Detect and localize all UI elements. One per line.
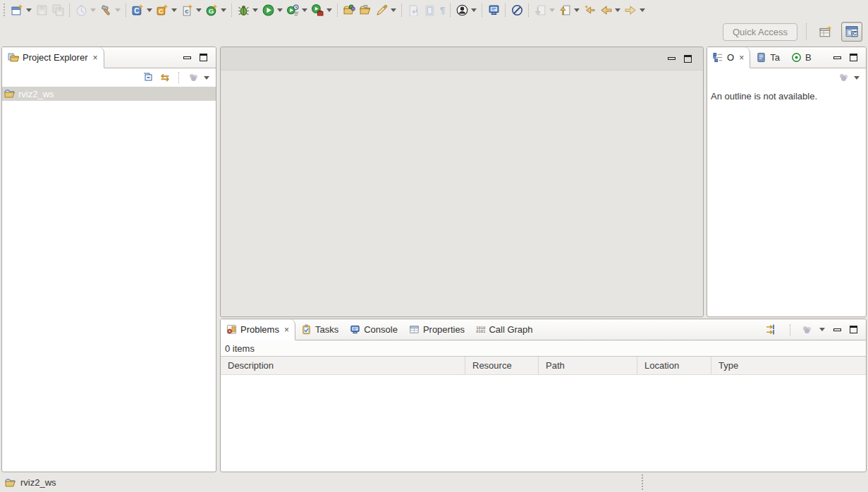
minimize-icon[interactable]	[833, 56, 841, 59]
pin-editor-button[interactable]	[374, 1, 398, 18]
tab-problems[interactable]: Problems ×	[221, 319, 295, 340]
view-menu-dropdown[interactable]	[819, 328, 825, 331]
doc-frame-icon	[424, 4, 436, 16]
project-explorer-toolbar: ⇆	[2, 68, 216, 87]
new-c-class-button[interactable]: C	[154, 1, 179, 18]
new-wizard-button[interactable]	[9, 1, 34, 18]
tab-label: Properties	[423, 324, 465, 335]
quick-access-button[interactable]: Quick Access	[723, 23, 797, 41]
block-selection-button[interactable]	[422, 1, 438, 18]
run-dropdown[interactable]	[277, 8, 283, 12]
last-edit-location-button[interactable]	[582, 1, 598, 18]
close-icon[interactable]: ×	[739, 54, 744, 62]
outline-toolbar	[707, 68, 866, 87]
project-explorer-icon	[8, 52, 19, 63]
column-header-resource[interactable]: Resource	[465, 357, 539, 374]
close-icon[interactable]: ×	[92, 54, 97, 62]
new-c-project-button[interactable]: C	[130, 1, 154, 18]
tab-call-graph[interactable]: 1010 0101 Call Graph	[470, 319, 538, 340]
tab-build-targets[interactable]: B	[786, 47, 817, 68]
open-perspective-button[interactable]	[816, 23, 836, 41]
view-menu-dropdown[interactable]	[204, 76, 209, 80]
maximize-icon[interactable]	[684, 55, 692, 63]
new-c-class-dropdown[interactable]	[171, 8, 177, 12]
link-with-editor-icon[interactable]: ⇆	[160, 73, 169, 82]
tab-project-explorer[interactable]: Project Explorer ×	[2, 47, 104, 68]
tree-item-rviz2-ws[interactable]: rviz2_ws	[2, 87, 216, 101]
save-all-icon	[52, 4, 64, 16]
minimize-icon[interactable]	[833, 328, 841, 331]
build-target-icon	[791, 52, 802, 63]
status-separator	[642, 474, 643, 490]
new-c-file-dropdown[interactable]	[196, 8, 202, 12]
pin-editor-dropdown[interactable]	[391, 8, 396, 12]
view-menu-dots-icon[interactable]	[839, 74, 848, 81]
column-header-path[interactable]: Path	[539, 357, 637, 374]
save-icon	[36, 4, 48, 16]
forward-dropdown[interactable]	[640, 8, 645, 12]
previous-annotation-button[interactable]	[557, 1, 582, 18]
build-all-dropdown[interactable]	[115, 8, 121, 12]
profile-dropdown[interactable]	[302, 8, 307, 12]
minimize-icon[interactable]	[668, 57, 676, 60]
minimize-icon[interactable]	[183, 56, 191, 59]
cpp-perspective-button[interactable]: C	[841, 22, 862, 42]
schedule-dropdown[interactable]	[90, 8, 96, 12]
build-all-button[interactable]	[98, 1, 123, 18]
focus-on-active-task-icon[interactable]	[766, 324, 778, 336]
debug-dropdown[interactable]	[252, 8, 258, 12]
external-tools-button[interactable]	[310, 1, 334, 18]
editor-area[interactable]	[220, 47, 704, 317]
schedule-button[interactable]	[73, 1, 98, 18]
outline-tabstrip: O × Ta B	[707, 47, 866, 68]
show-whitespace-button[interactable]: ¶	[438, 1, 447, 18]
view-menu-dropdown[interactable]	[854, 76, 860, 80]
back-dropdown[interactable]	[615, 8, 621, 12]
forward-button[interactable]	[623, 1, 647, 18]
toolbar-separator	[505, 4, 506, 17]
toggle-mark-occurrences-button[interactable]	[509, 1, 525, 18]
user-profile-dropdown[interactable]	[471, 8, 477, 12]
tab-task-list[interactable]: Ta	[750, 47, 786, 68]
tab-tasks[interactable]: Tasks	[295, 319, 344, 340]
close-icon[interactable]: ×	[284, 326, 289, 334]
maximize-icon[interactable]	[200, 54, 207, 61]
problems-view: Problems × Tasks Console	[220, 319, 867, 472]
next-annotation-dropdown[interactable]	[549, 8, 555, 12]
user-profile-button[interactable]	[454, 1, 479, 18]
toolbar-separator	[450, 4, 451, 17]
collapse-all-icon[interactable]	[142, 72, 154, 83]
next-annotation-button[interactable]	[532, 1, 557, 18]
tab-label: B	[805, 52, 812, 63]
open-folder-button[interactable]	[357, 1, 374, 18]
new-g-item-button[interactable]: G	[204, 1, 228, 18]
maximize-icon[interactable]	[850, 54, 857, 61]
new-c-project-dropdown[interactable]	[147, 8, 152, 12]
column-header-description[interactable]: Description	[221, 357, 465, 374]
save-button[interactable]	[34, 1, 50, 18]
link-with-doc-button[interactable]	[405, 1, 422, 18]
open-artifact-button[interactable]	[341, 1, 357, 18]
debug-button[interactable]	[236, 1, 260, 18]
save-all-button[interactable]	[50, 1, 66, 18]
view-menu-dots-icon[interactable]	[802, 326, 811, 333]
external-tools-dropdown[interactable]	[326, 8, 332, 12]
profile-button[interactable]	[285, 1, 310, 18]
maximize-icon[interactable]	[850, 326, 857, 333]
open-console-button[interactable]	[486, 1, 502, 18]
tab-outline[interactable]: O ×	[707, 47, 750, 68]
stopwatch-icon	[75, 4, 87, 16]
next-annotation-icon	[534, 4, 546, 16]
new-c-file-button[interactable]: c	[179, 1, 204, 18]
open-folder-artifact-icon	[343, 4, 355, 16]
view-menu-dots-icon[interactable]	[189, 74, 197, 81]
run-button[interactable]	[260, 1, 285, 18]
back-button[interactable]	[598, 1, 623, 18]
column-header-location[interactable]: Location	[637, 357, 711, 374]
column-header-type[interactable]: Type	[711, 357, 866, 374]
tab-console[interactable]: Console	[344, 319, 403, 340]
previous-annotation-dropdown[interactable]	[574, 8, 580, 12]
new-g-item-dropdown[interactable]	[221, 8, 226, 12]
tab-properties[interactable]: Properties	[403, 319, 470, 340]
new-wizard-dropdown[interactable]	[26, 8, 32, 12]
